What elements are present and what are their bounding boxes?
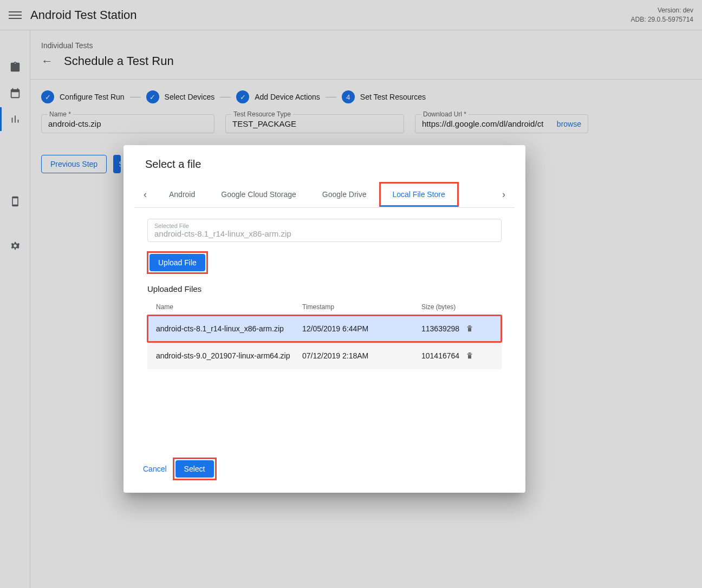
upload-file-button[interactable]: Upload File xyxy=(150,254,205,271)
chevron-right-icon[interactable]: › xyxy=(493,181,515,207)
uploaded-files-table: Name Timestamp Size (bytes) android-cts-… xyxy=(147,299,502,369)
tab-gcs[interactable]: Google Cloud Storage xyxy=(208,182,309,206)
select-file-dialog: Select a file ‹ Android Google Cloud Sto… xyxy=(123,145,525,493)
dialog-footer: Cancel Select xyxy=(134,458,515,480)
cell-size: 101416764 xyxy=(421,351,465,360)
upload-file-highlight: Upload File xyxy=(147,252,207,273)
select-highlight: Select xyxy=(173,458,216,480)
table-row[interactable]: android-cts-8.1_r14-linux_x86-arm.zip 12… xyxy=(147,315,502,342)
col-size: Size (bytes) xyxy=(421,303,465,311)
dialog-title: Select a file xyxy=(134,158,515,171)
table-row[interactable]: android-sts-9.0_201907-linux-arm64.zip 0… xyxy=(147,342,502,369)
selected-file-field[interactable]: Selected File android-cts-8.1_r14-linux_… xyxy=(147,219,502,242)
cell-name: android-cts-8.1_r14-linux_x86-arm.zip xyxy=(156,324,302,333)
tab-drive[interactable]: Google Drive xyxy=(309,182,380,206)
selected-file-value: android-cts-8.1_r14-linux_x86-arm.zip xyxy=(154,229,495,238)
cell-timestamp: 12/05/2019 6:44PM xyxy=(302,324,421,333)
select-button[interactable]: Select xyxy=(176,460,214,478)
cancel-button[interactable]: Cancel xyxy=(143,465,167,473)
table-header: Name Timestamp Size (bytes) xyxy=(147,299,502,315)
col-name: Name xyxy=(156,303,302,311)
cell-timestamp: 07/12/2019 2:18AM xyxy=(302,351,421,360)
delete-icon[interactable] xyxy=(465,351,486,361)
cell-size: 113639298 xyxy=(421,324,465,333)
chevron-left-icon[interactable]: ‹ xyxy=(134,181,156,207)
uploaded-files-heading: Uploaded Files xyxy=(147,284,502,293)
tab-local-file-store[interactable]: Local File Store xyxy=(380,182,458,206)
cell-name: android-sts-9.0_201907-linux-arm64.zip xyxy=(156,351,302,360)
delete-icon[interactable] xyxy=(465,324,486,334)
tab-android[interactable]: Android xyxy=(156,182,208,206)
col-timestamp: Timestamp xyxy=(302,303,421,311)
selected-file-label: Selected File xyxy=(154,223,495,229)
tabs-row: ‹ Android Google Cloud Storage Google Dr… xyxy=(134,181,515,208)
